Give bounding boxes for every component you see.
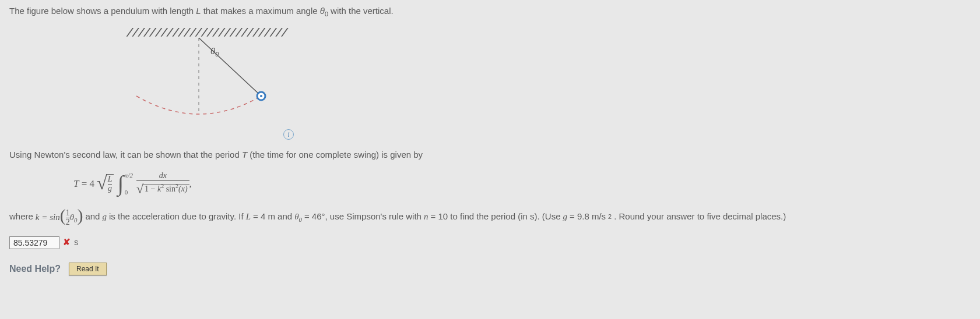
desc-suffix: (the time for one complete swing) is giv… — [247, 150, 423, 160]
intro-mid: that makes a maximum angle — [201, 6, 320, 16]
info-row: i — [283, 127, 971, 141]
answer-input[interactable] — [9, 236, 59, 249]
intro-theta: θ — [320, 6, 325, 16]
pendulum-diagram — [108, 33, 307, 132]
svg-line-1 — [199, 38, 261, 96]
intro-suffix: with the vertical. — [328, 6, 394, 16]
intro-prefix: The figure below shows a pendulum with l… — [9, 6, 196, 16]
incorrect-icon: ✘ — [63, 236, 71, 249]
desc-T: T — [242, 150, 247, 160]
theta-label: θ0 — [210, 45, 219, 58]
svg-point-3 — [260, 95, 262, 97]
pendulum-figure: //////////////////////////// θ0 — [108, 24, 307, 134]
where-line: where k = sin(12θ0) and g is the acceler… — [9, 207, 971, 227]
unit-label: s — [74, 236, 79, 249]
help-row: Need Help? Read It — [9, 262, 971, 276]
read-it-button[interactable]: Read It — [69, 263, 107, 275]
intro-text: The figure below shows a pendulum with l… — [9, 5, 971, 18]
intro-L: L — [196, 6, 201, 16]
description-text: Using Newton's second law, it can be sho… — [9, 148, 971, 162]
desc-prefix: Using Newton's second law, it can be sho… — [9, 150, 242, 160]
answer-row: ✘ s — [9, 236, 971, 249]
need-help-label: Need Help? — [9, 262, 61, 276]
period-formula: T = 4 √ L g ∫ π/2 0 dx √ 1 − k2 sin2(x) — [73, 170, 971, 198]
